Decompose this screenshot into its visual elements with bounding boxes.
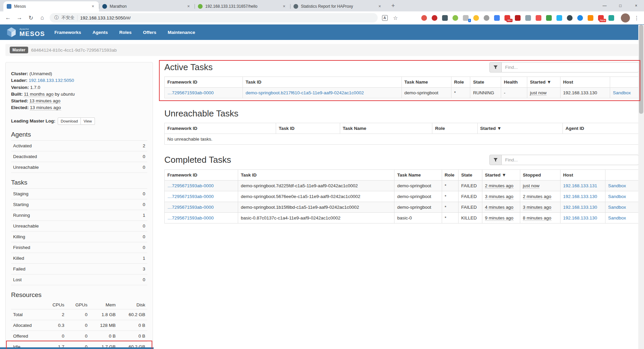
mesos-brand[interactable]: Apache MESOS — [6, 27, 45, 38]
minimize-button[interactable]: — — [597, 0, 612, 11]
link-framework-id[interactable]: …7295671593ab-0000 — [167, 205, 214, 210]
column-header[interactable]: State — [459, 169, 482, 180]
completed-tasks-find-input[interactable] — [502, 155, 639, 165]
browser-tab[interactable]: Statistics Report for HAProxy× — [290, 1, 386, 11]
view-log-button[interactable]: View — [81, 117, 95, 125]
browser-extension-icon[interactable] — [536, 15, 541, 21]
tab-close-icon[interactable]: × — [90, 4, 96, 9]
cluster-info: Cluster: (Unnamed)Leader: 192.168.133.13… — [11, 70, 147, 111]
tab-close-icon[interactable]: × — [377, 4, 382, 9]
active-tasks-filter-button[interactable] — [489, 62, 502, 72]
browser-menu-icon[interactable]: ⋮ — [632, 13, 641, 22]
column-header[interactable]: Framework ID — [165, 169, 238, 180]
column-header[interactable]: Host — [560, 77, 610, 88]
column-header[interactable]: Task ID — [276, 123, 340, 134]
browser-extension-icon[interactable] — [556, 15, 562, 21]
scrollbar-thumb[interactable] — [639, 25, 643, 114]
download-log-button[interactable]: Download — [58, 117, 81, 125]
browser-extension-icon[interactable] — [452, 15, 458, 21]
cell-started: 2 minutes ago — [482, 180, 520, 191]
column-header[interactable]: Started ▼ — [527, 77, 560, 88]
browser-extension-icon[interactable]: 1 — [463, 15, 469, 21]
maximize-button[interactable]: □ — [612, 0, 628, 11]
column-header[interactable]: Task ID — [243, 77, 401, 88]
column-header[interactable]: Role — [442, 169, 458, 180]
profile-avatar[interactable] — [621, 13, 630, 22]
link-sandbox[interactable]: Sandbox — [608, 183, 626, 188]
column-header[interactable]: Task Name — [340, 123, 432, 134]
column-header[interactable]: Started ▼ — [482, 169, 520, 180]
column-header[interactable]: Started ▼ — [477, 123, 562, 134]
navbar-item-agents[interactable]: Agents — [93, 30, 108, 35]
link-task-id[interactable]: demo-springboot.b217f610-c1a5-11e9-aaf9-… — [246, 90, 364, 95]
column-header[interactable]: Framework ID — [165, 77, 243, 88]
column-header[interactable]: Health — [501, 77, 527, 88]
link-sandbox[interactable]: Sandbox — [608, 205, 626, 210]
browser-extension-icon[interactable] — [515, 15, 521, 21]
link-host[interactable]: 192.168.133.130 — [563, 215, 597, 220]
link-host[interactable]: 192.168.133.130 — [563, 194, 597, 199]
page-info-icon[interactable]: ⓘ — [54, 15, 59, 21]
address-bar[interactable]: ⓘ 不安全 192.168.133.132:5050/#/ — [50, 13, 378, 22]
column-header[interactable]: Role — [451, 77, 470, 88]
column-header[interactable] — [610, 77, 639, 88]
browser-extension-icon[interactable] — [484, 15, 489, 21]
column-header[interactable]: Host — [560, 169, 605, 180]
browser-tab[interactable]: 192.168.133.131:31657/hello× — [195, 1, 290, 11]
browser-extension-icon[interactable] — [442, 15, 448, 21]
browser-extension-icon[interactable]: New — [598, 15, 604, 21]
browser-extension-icon[interactable] — [577, 15, 583, 21]
column-header[interactable]: Task Name — [394, 169, 442, 180]
browser-extension-icon[interactable]: 99+ — [504, 15, 510, 21]
link-sandbox[interactable]: Sandbox — [613, 90, 631, 95]
column-header[interactable]: Role — [432, 123, 477, 134]
browser-extension-icon[interactable] — [588, 15, 593, 21]
link-host[interactable]: 192.168.133.130 — [563, 205, 597, 210]
navbar-item-frameworks[interactable]: Frameworks — [54, 30, 81, 35]
cell-host: 192.168.133.130 — [560, 202, 605, 212]
back-button[interactable]: ← — [3, 12, 13, 23]
browser-tab[interactable]: Marathon× — [99, 1, 195, 11]
browser-extension-icon[interactable] — [567, 15, 573, 21]
browser-extension-icon[interactable] — [525, 15, 531, 21]
bookmark-star-icon[interactable]: ☆ — [390, 13, 400, 23]
browser-extension-icon[interactable] — [421, 15, 427, 21]
tab-close-icon[interactable]: × — [281, 4, 287, 9]
browser-extension-icon[interactable] — [473, 15, 479, 21]
link-framework-id[interactable]: …7295671593ab-0000 — [167, 90, 214, 95]
cell-started: just now — [527, 88, 560, 98]
column-header[interactable]: Agent ID — [562, 123, 638, 134]
completed-tasks-section: Completed Tasks Framework IDTask IDTask … — [164, 155, 639, 223]
navbar-item-roles[interactable]: Roles — [119, 30, 131, 35]
new-tab-button[interactable]: + — [388, 1, 398, 10]
refresh-button[interactable]: ↻ — [25, 12, 36, 23]
navbar-item-offers[interactable]: Offers — [143, 30, 156, 35]
column-header[interactable]: Framework ID — [165, 123, 276, 134]
close-button[interactable]: × — [628, 0, 644, 11]
active-tasks-find-input[interactable] — [502, 62, 639, 72]
link-framework-id[interactable]: …7295671593ab-0000 — [167, 183, 214, 188]
column-header[interactable] — [605, 169, 639, 180]
browser-tab[interactable]: Mesos× — [3, 1, 99, 11]
page-scrollbar[interactable] — [638, 25, 644, 349]
home-button[interactable]: ⌂ — [37, 12, 48, 23]
link-framework-id[interactable]: …7295671593ab-0000 — [167, 194, 214, 199]
browser-extension-icon[interactable] — [546, 15, 552, 21]
column-header[interactable]: Task Name — [401, 77, 451, 88]
browser-extension-icon[interactable] — [608, 15, 614, 21]
browser-extension-icon[interactable] — [494, 15, 500, 21]
link-framework-id[interactable]: …7295671593ab-0000 — [167, 215, 214, 220]
completed-tasks-filter-button[interactable] — [489, 155, 502, 165]
link-sandbox[interactable]: Sandbox — [608, 194, 626, 199]
column-header[interactable]: Task ID — [238, 169, 394, 180]
link-host[interactable]: 192.168.133.131 — [563, 183, 597, 188]
translate-icon[interactable]: A — [380, 13, 390, 23]
column-header[interactable]: State — [470, 77, 501, 88]
browser-extension-icon[interactable] — [432, 15, 437, 21]
tab-close-icon[interactable]: × — [186, 4, 191, 9]
column-header[interactable]: Stopped — [520, 169, 560, 180]
navbar-item-maintenance[interactable]: Maintenance — [168, 30, 195, 35]
leader-link[interactable]: 192.168.133.132:5050 — [29, 78, 74, 83]
link-sandbox[interactable]: Sandbox — [608, 215, 626, 220]
forward-button[interactable]: → — [14, 12, 25, 23]
